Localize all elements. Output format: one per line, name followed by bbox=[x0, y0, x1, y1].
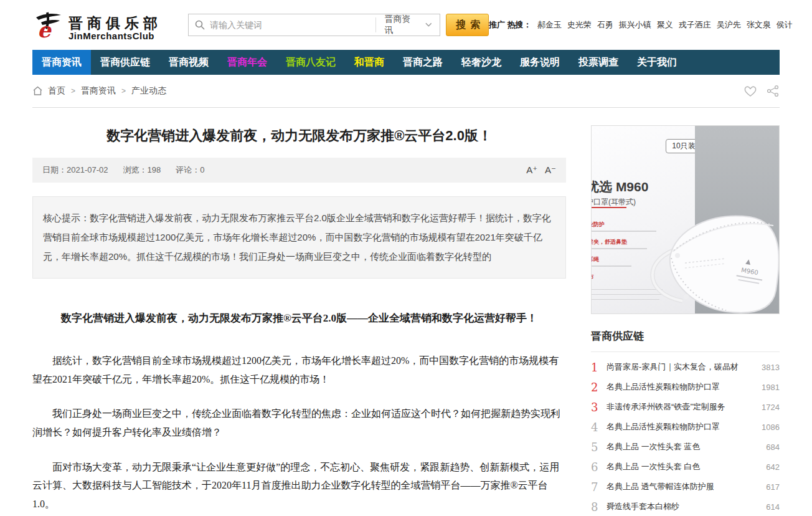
nav-item-6[interactable]: 和晋商 bbox=[345, 50, 394, 75]
hot-search-term[interactable]: 石勇 bbox=[597, 19, 613, 31]
article-column: 数字化营销进入爆发前夜，动力无限发布万家推®云平台2.0版！ 日期：2021-0… bbox=[32, 117, 566, 516]
nav-item-5[interactable]: 晋商八友记 bbox=[276, 50, 345, 75]
hot-search-term[interactable]: 张文泉 bbox=[747, 19, 771, 31]
article-paragraph: 据统计，数字化营销目前全球市场规模超过1200亿美元，市场年化增长率超过20%，… bbox=[32, 351, 566, 388]
font-size-controls: A⁺ A⁻ bbox=[526, 165, 556, 176]
nav-item-11[interactable]: 关于我们 bbox=[628, 50, 686, 75]
ranking-number: 6 bbox=[591, 461, 607, 474]
ranking-title: 非遗传承泽州铁器“铁壶”定制服务 bbox=[607, 401, 758, 413]
ranking-row[interactable]: 5名典上品 一次性头套 蓝色684 bbox=[591, 437, 780, 457]
breadcrumb-link[interactable]: 首页 bbox=[48, 85, 65, 97]
ranking-number: 7 bbox=[591, 480, 607, 494]
article-title: 数字化营销进入爆发前夜，动力无限发布万家推®云平台2.0版！ bbox=[32, 127, 566, 145]
article-meta-bar: 日期：2021-07-02浏览：198评论：0 A⁺ A⁻ bbox=[32, 158, 566, 183]
favorite-heart-icon[interactable] bbox=[744, 85, 757, 97]
package-feature: 耳绳 bbox=[591, 256, 599, 264]
ranking-title: 舜造线手套本白棉纱 bbox=[607, 501, 762, 512]
package-feature: 梁夹，舒适鼻垫 bbox=[591, 238, 627, 246]
article-meta-item: 浏览：198 bbox=[123, 165, 161, 176]
nav-item-9[interactable]: 服务说明 bbox=[511, 50, 569, 75]
home-icon[interactable] bbox=[32, 86, 43, 96]
article-paragraph: 我们正身处一场商业巨变之中，传统企业面临着数字化转型的焦虑：企业如何适应这个时代… bbox=[32, 404, 566, 441]
ranking-title: 名典上品活性炭颗粒物防护口罩 bbox=[607, 381, 758, 393]
kn95-mask-art: M960 bbox=[631, 198, 780, 314]
ranking-title: 名典上品活性炭颗粒物防护口罩 bbox=[607, 421, 758, 432]
sidebar: 10只装 优选 M960 护口罩(耳带式) 业防护 梁夹，舒适鼻垫 耳绳 布 bbox=[591, 117, 780, 516]
article-meta-item: 评论：0 bbox=[176, 165, 204, 176]
search-category-select[interactable]: 晋商资讯 bbox=[376, 14, 440, 36]
nav-item-1[interactable]: 晋商资讯 bbox=[32, 50, 91, 75]
ranking-number: 5 bbox=[591, 441, 607, 454]
article-body: 数字化营销进入爆发前夜，动力无限发布万家推®云平台2.0版——企业全域营销和数字… bbox=[32, 311, 566, 513]
svg-text:e: e bbox=[37, 17, 52, 41]
search-input[interactable] bbox=[210, 15, 375, 35]
search-category-value: 晋商资讯 bbox=[384, 14, 415, 36]
ranking-row[interactable]: 6名典上品 一次性头套 白色642 bbox=[591, 457, 780, 477]
nav-item-8[interactable]: 轻奢沙龙 bbox=[452, 50, 511, 75]
article-paragraph: 面对市场大变革，动力无限秉承“让企业生意更好做”的理念，不忘初心、聚焦研发，紧跟… bbox=[32, 458, 566, 514]
ranking-count: 614 bbox=[766, 502, 780, 512]
ranking-row[interactable]: 1尚晋家居-家具门｜实木复合，碳晶材3813 bbox=[591, 357, 780, 377]
logo-title-en: JinMerchantsClub bbox=[68, 31, 162, 41]
hot-search-label: 推广 热搜： bbox=[489, 19, 532, 31]
ranking-count: 1724 bbox=[762, 403, 780, 412]
logo-title-cn: 晋商俱乐部 bbox=[68, 15, 162, 31]
supply-chain-ranking: 1尚晋家居-家具门｜实木复合，碳晶材38132名典上品活性炭颗粒物防护口罩198… bbox=[591, 357, 780, 516]
hot-search-term[interactable]: 戎子酒庄 bbox=[679, 19, 711, 31]
hot-search-term[interactable]: 侯计 bbox=[777, 19, 793, 31]
package-subtitle: 护口罩(耳带式) bbox=[591, 197, 636, 208]
ranking-row[interactable]: 4名典上品活性炭颗粒物防护口罩1086 bbox=[591, 417, 780, 437]
logo-text: 晋商俱乐部 JinMerchantsClub bbox=[68, 15, 162, 41]
package-title: 优选 M960 bbox=[591, 178, 648, 196]
product-ad-image[interactable]: 10只装 优选 M960 护口罩(耳带式) 业防护 梁夹，舒适鼻垫 耳绳 布 bbox=[591, 125, 780, 314]
package-feature: 业防护 bbox=[591, 221, 605, 229]
ranking-row[interactable]: 7名典上品 透气带帽连体防护服617 bbox=[591, 477, 780, 497]
package-feature: 布 bbox=[591, 273, 593, 281]
search-button[interactable]: 搜索 bbox=[446, 14, 489, 36]
site-header: e 晋商俱乐部 JinMerchantsClub 晋商资讯 bbox=[0, 0, 812, 50]
search-box: 晋商资讯 bbox=[188, 14, 440, 36]
ranking-row[interactable]: 2名典上品活性炭颗粒物防护口罩1981 bbox=[591, 377, 780, 397]
chevron-down-icon bbox=[425, 22, 432, 27]
article-meta-item: 日期：2021-07-02 bbox=[42, 165, 108, 176]
hot-search-term[interactable]: 郝金玉 bbox=[537, 19, 562, 31]
package-fineprint-line bbox=[591, 265, 631, 267]
share-icon[interactable] bbox=[767, 85, 780, 97]
nav-item-4[interactable]: 晋商年会 bbox=[218, 50, 276, 75]
hot-search-term[interactable]: 聚义 bbox=[657, 19, 673, 31]
nav-item-3[interactable]: 晋商视频 bbox=[159, 50, 218, 75]
ranking-number: 8 bbox=[591, 500, 607, 514]
nav-item-2[interactable]: 晋商供应链 bbox=[91, 50, 159, 75]
ranking-title: 名典上品 透气带帽连体防护服 bbox=[607, 481, 762, 492]
breadcrumb: 首页>晋商资讯>产业动态 bbox=[32, 75, 780, 107]
search-icon bbox=[195, 20, 205, 30]
nav-item-10[interactable]: 投票调查 bbox=[569, 50, 628, 75]
breadcrumb-links: 首页>晋商资讯>产业动态 bbox=[48, 85, 166, 97]
ranking-title: 尚晋家居-家具门｜实木复合，碳晶材 bbox=[607, 361, 758, 373]
logo-mark-icon: e bbox=[32, 9, 65, 41]
breadcrumb-actions bbox=[744, 85, 780, 97]
ranking-number: 2 bbox=[591, 381, 607, 394]
font-smaller-button[interactable]: A⁻ bbox=[545, 165, 556, 176]
ranking-row[interactable]: 8舜造线手套本白棉纱614 bbox=[591, 497, 780, 516]
ranking-row[interactable]: 3非遗传承泽州铁器“铁壶”定制服务1724 bbox=[591, 397, 780, 417]
ranking-number: 1 bbox=[591, 361, 607, 374]
nav-item-7[interactable]: 晋商之路 bbox=[394, 50, 452, 75]
article-summary: 核心提示：数字化营销进入爆发前夜，动力无限发布万家推云平台2.0版企业全域营销和… bbox=[32, 196, 566, 279]
hot-search-term[interactable]: 吴沪先 bbox=[717, 19, 741, 31]
hot-search-terms: 郝金玉史光荣石勇振兴小镇聚义戎子酒庄吴沪先张文泉侯计 bbox=[537, 19, 793, 31]
package-red-underline bbox=[592, 207, 626, 208]
sidebar-section-title: 晋商供应链 bbox=[591, 329, 780, 352]
article-paragraphs: 据统计，数字化营销目前全球市场规模超过1200亿美元，市场年化增长率超过20%，… bbox=[32, 351, 566, 513]
ranking-title: 名典上品 一次性头套 蓝色 bbox=[607, 441, 762, 452]
breadcrumb-link[interactable]: 产业动态 bbox=[131, 85, 166, 97]
ranking-count: 684 bbox=[766, 442, 780, 452]
font-bigger-button[interactable]: A⁺ bbox=[526, 165, 537, 176]
site-logo[interactable]: e 晋商俱乐部 JinMerchantsClub bbox=[32, 9, 162, 41]
article-body-heading: 数字化营销进入爆发前夜，动力无限发布万家推®云平台2.0版——企业全域营销和数字… bbox=[32, 311, 566, 325]
breadcrumb-link[interactable]: 晋商资讯 bbox=[81, 85, 116, 97]
hot-search-term[interactable]: 史光荣 bbox=[567, 19, 592, 31]
ranking-count: 3813 bbox=[762, 363, 780, 372]
breadcrumb-separator: > bbox=[121, 87, 126, 95]
hot-search-term[interactable]: 振兴小镇 bbox=[619, 19, 651, 31]
